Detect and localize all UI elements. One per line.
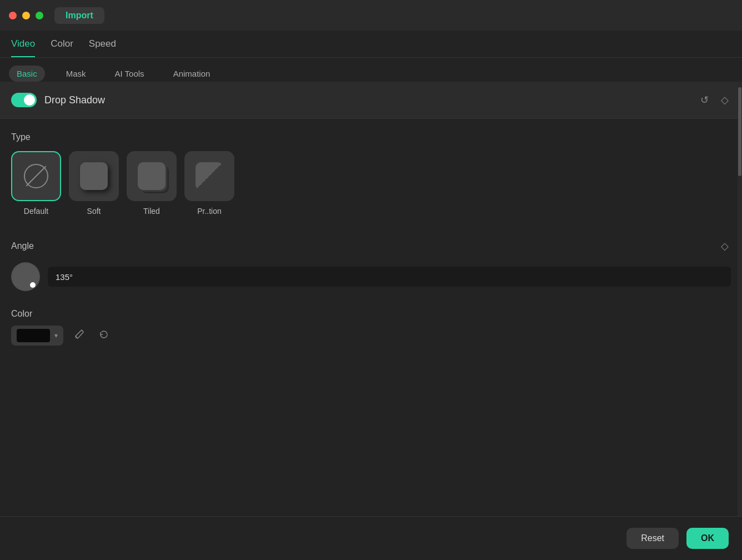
reset-icon-button[interactable]: ↺: [698, 92, 711, 108]
color-label: Color: [11, 309, 32, 318]
eyedropper-button[interactable]: [71, 326, 88, 346]
reset-icon: [99, 329, 109, 339]
angle-section: Angle ◇ 135°: [0, 229, 742, 300]
subtab-mask[interactable]: Mask: [58, 66, 94, 82]
type-option-soft[interactable]: Soft: [69, 151, 119, 216]
angle-control: 135°: [11, 262, 731, 291]
default-symbol: [24, 164, 48, 188]
angle-diamond-button[interactable]: ◇: [719, 238, 731, 254]
type-option-tiled[interactable]: Tiled: [127, 151, 177, 216]
tab-speed[interactable]: Speed: [89, 38, 116, 57]
type-section: Type Default Soft: [0, 119, 742, 229]
angle-header: Angle ◇: [11, 238, 731, 254]
section-actions: ↺ ◇: [698, 92, 731, 108]
minimize-button[interactable]: [22, 12, 30, 19]
tiled-symbol: [138, 162, 166, 190]
drop-shadow-toggle[interactable]: [11, 93, 37, 107]
close-button[interactable]: [9, 12, 17, 19]
tab-video[interactable]: Video: [11, 38, 35, 57]
titlebar: Import: [0, 0, 742, 31]
angle-dial[interactable]: [11, 262, 40, 291]
type-label: Type: [11, 132, 731, 142]
angle-label: Angle: [11, 241, 34, 251]
color-section: Color ▾: [0, 300, 742, 354]
dial-indicator: [30, 282, 36, 288]
scrollbar-thumb: [738, 87, 741, 176]
type-icon-default: [11, 151, 61, 201]
import-button[interactable]: Import: [54, 7, 104, 24]
type-icon-soft: [69, 151, 119, 201]
reset-button[interactable]: Reset: [626, 528, 679, 549]
type-name-projection: Pr..tion: [197, 207, 222, 216]
drop-shadow-section: Drop Shadow ↺ ◇: [0, 82, 742, 119]
soft-symbol: [80, 162, 108, 190]
color-swatch: [17, 329, 50, 342]
type-icon-tiled: [127, 151, 177, 201]
projection-symbol: [195, 162, 223, 190]
top-tabs: Video Color Speed: [0, 31, 742, 58]
main-content: Video Color Speed Basic Mask AI Tools An…: [0, 31, 742, 560]
panel: Drop Shadow ↺ ◇ Type Default: [0, 82, 742, 516]
maximize-button[interactable]: [36, 12, 43, 19]
type-option-default[interactable]: Default: [11, 151, 61, 216]
subtab-basic[interactable]: Basic: [9, 66, 45, 82]
subtab-ai-tools[interactable]: AI Tools: [107, 66, 152, 82]
type-name-soft: Soft: [87, 207, 101, 216]
sub-tabs: Basic Mask AI Tools Animation: [0, 58, 742, 82]
diamond-icon-button[interactable]: ◇: [719, 92, 731, 108]
drop-shadow-label: Drop Shadow: [44, 94, 105, 106]
type-name-default: Default: [24, 207, 48, 216]
ok-button[interactable]: OK: [686, 528, 729, 549]
color-row: ▾: [11, 326, 731, 346]
type-name-tiled: Tiled: [143, 207, 160, 216]
toggle-wrap: Drop Shadow: [11, 93, 698, 107]
type-option-projection[interactable]: Pr..tion: [184, 151, 234, 216]
tab-color[interactable]: Color: [51, 38, 73, 57]
angle-slider[interactable]: 135°: [48, 267, 731, 287]
eyedropper-icon: [74, 329, 84, 339]
type-icon-projection: [184, 151, 234, 201]
color-reset-button[interactable]: [96, 326, 112, 346]
type-options: Default Soft Tiled: [11, 151, 731, 216]
scrollbar[interactable]: [738, 82, 742, 516]
angle-value: 135°: [56, 272, 73, 282]
bottom-bar: Reset OK: [0, 516, 742, 560]
color-swatch-button[interactable]: ▾: [11, 326, 63, 346]
subtab-animation[interactable]: Animation: [166, 66, 218, 82]
chevron-down-icon: ▾: [54, 332, 58, 339]
